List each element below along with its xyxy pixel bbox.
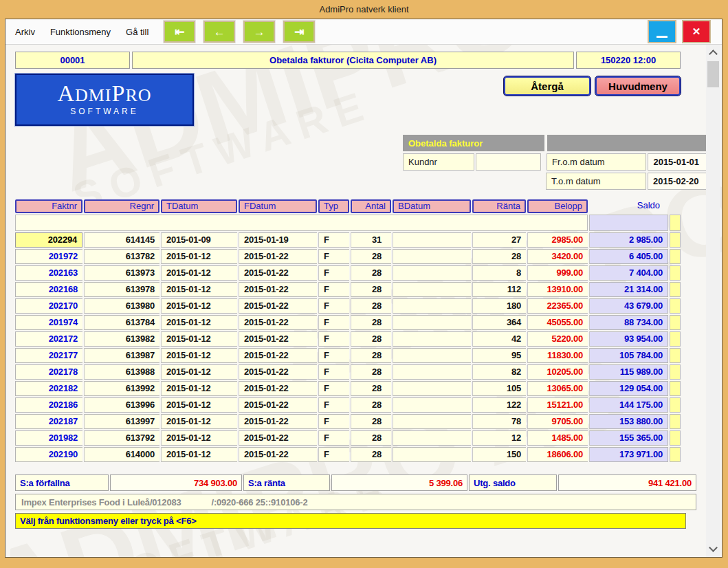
column-header-bdatum[interactable]: BDatum <box>393 199 471 213</box>
menu-ga-till[interactable]: Gå till <box>126 27 148 37</box>
cell-tdatum: 2015-01-12 <box>161 381 237 396</box>
cell-tdatum: 2015-01-12 <box>161 414 237 429</box>
menu-funktionsmeny[interactable]: Funktionsmeny <box>50 27 111 37</box>
scroll-down-icon[interactable] <box>709 543 718 552</box>
cell-saldo: 43 679.00 <box>589 298 668 314</box>
cell-bdatum <box>393 430 471 446</box>
table-row[interactable]: 2021636139732015-01-122015-01-22F288999.… <box>15 265 693 281</box>
cell-bdatum <box>393 282 471 297</box>
cell-saldo: 7 404.00 <box>589 265 668 281</box>
customer-info-right: /:0920-666 25::910106-2 <box>211 497 307 507</box>
logo-subtext: SOFTWARE <box>70 107 139 116</box>
cell-faktnr[interactable]: 202170 <box>15 298 82 314</box>
cell-antal: 28 <box>351 430 391 446</box>
cell-faktnr[interactable]: 201982 <box>15 430 82 446</box>
cell-faktnr[interactable]: 201972 <box>15 249 82 264</box>
cell-faktnr[interactable]: 202190 <box>15 447 82 462</box>
cell-tail <box>670 232 681 248</box>
table-row[interactable]: 2021726139822015-01-122015-01-22F2842522… <box>15 331 693 347</box>
table-row[interactable]: 2021876139972015-01-122015-01-22F2878970… <box>15 414 693 429</box>
cell-bdatum <box>393 249 471 264</box>
cell-belopp: 999.00 <box>527 265 588 281</box>
table-row[interactable]: 2019826137922015-01-122015-01-22F2812148… <box>15 430 693 446</box>
cell-faktnr[interactable]: 202186 <box>15 397 82 413</box>
table-row[interactable]: 2021906140002015-01-122015-01-22F2815018… <box>15 447 693 462</box>
cell-tdatum: 2015-01-12 <box>161 331 237 347</box>
filter-panel-title-bar: Obetalda fakturor <box>403 135 714 151</box>
cell-faktnr[interactable]: 202182 <box>15 381 82 396</box>
scroll-up-icon[interactable] <box>709 50 718 58</box>
cell-antal: 28 <box>351 298 391 314</box>
cell-typ: F <box>318 447 349 462</box>
scrollbar-thumb[interactable] <box>707 61 719 87</box>
kundnr-input[interactable] <box>476 153 542 171</box>
cell-regnr: 614145 <box>84 232 159 248</box>
to-date-input[interactable]: 2015-02-20 <box>648 173 714 190</box>
table-row[interactable]: 2021866139962015-01-122015-01-22F2812215… <box>15 397 693 413</box>
title-bar[interactable]: AdmiPro natverk klient <box>0 0 728 19</box>
action-buttons: Återgå Huvudmeny <box>504 76 681 126</box>
cell-antal: 28 <box>351 315 391 330</box>
cell-faktnr[interactable]: 202168 <box>15 282 82 297</box>
table-row[interactable]: 2021826139922015-01-122015-01-22F2810513… <box>15 381 693 396</box>
cell-faktnr[interactable]: 202163 <box>15 265 82 281</box>
table-row[interactable]: 2022946141452015-01-092015-01-19F3127298… <box>15 232 693 248</box>
menu-arkiv[interactable]: Arkiv <box>15 27 35 37</box>
minimize-button[interactable] <box>648 20 676 43</box>
back-button[interactable]: Återgå <box>504 76 591 96</box>
total-balance-label: Utg. saldo <box>469 474 557 491</box>
cell-belopp: 13065.00 <box>527 381 588 396</box>
cell-saldo: 105 784.00 <box>589 348 668 363</box>
cell-faktnr[interactable]: 202178 <box>15 364 82 380</box>
cell-regnr: 613782 <box>84 249 159 264</box>
column-header-belopp[interactable]: Belopp <box>527 199 588 213</box>
column-header-typ[interactable]: Typ <box>318 199 349 213</box>
vertical-scrollbar[interactable] <box>706 45 720 557</box>
cell-fdatum: 2015-01-22 <box>239 282 317 297</box>
cell-tdatum: 2015-01-12 <box>161 315 237 330</box>
column-header-fdatum[interactable]: FDatum <box>239 199 317 213</box>
cell-ranta: 42 <box>472 331 526 347</box>
cell-faktnr[interactable]: 201974 <box>15 315 82 330</box>
nav-prev-button[interactable]: ← <box>203 21 235 43</box>
cell-regnr: 613784 <box>84 315 159 330</box>
cell-fdatum: 2015-01-22 <box>239 381 317 396</box>
table-filter-field[interactable] <box>15 215 588 231</box>
nav-next-button[interactable]: → <box>243 21 275 43</box>
nav-first-button[interactable]: ⇤ <box>164 21 195 43</box>
cell-faktnr[interactable]: 202294 <box>15 232 82 248</box>
table-row[interactable]: 2021686139782015-01-122015-01-22F2811213… <box>15 282 693 297</box>
column-header-ranta[interactable]: Ränta <box>472 199 526 213</box>
close-button[interactable]: ✕ <box>682 20 711 43</box>
filter-panel-title: Obetalda fakturor <box>403 135 544 151</box>
from-date-input[interactable]: 2015-01-01 <box>648 153 714 171</box>
table-row[interactable]: 2019746137842015-01-122015-01-22F2836445… <box>15 315 693 330</box>
column-header-regnr[interactable]: Regnr <box>84 199 159 213</box>
cell-antal: 28 <box>351 282 391 297</box>
cell-ranta: 364 <box>472 315 526 330</box>
cell-faktnr[interactable]: 202177 <box>15 348 82 363</box>
table-row[interactable]: 2021706139802015-01-122015-01-22F2818022… <box>15 298 693 314</box>
cell-bdatum <box>393 348 471 363</box>
column-header-antal[interactable]: Antal <box>351 199 391 213</box>
cell-fdatum: 2015-01-22 <box>239 447 317 462</box>
cell-bdatum <box>393 397 471 413</box>
cell-bdatum <box>393 447 471 462</box>
nav-last-button[interactable]: ⇥ <box>283 21 315 43</box>
cell-tail <box>670 430 681 446</box>
table-row[interactable]: 2021776139872015-01-122015-01-22F2895118… <box>15 348 693 363</box>
cell-faktnr[interactable]: 202187 <box>15 414 82 429</box>
cell-fdatum: 2015-01-22 <box>239 414 317 429</box>
cell-regnr: 613973 <box>84 265 159 281</box>
column-header-tdatum[interactable]: TDatum <box>161 199 237 213</box>
cell-ranta: 105 <box>472 381 526 396</box>
column-header-faktnr[interactable]: Faktnr <box>15 199 82 213</box>
column-header-saldo[interactable]: Saldo <box>589 199 668 212</box>
to-date-label: T.o.m datum <box>546 173 646 190</box>
table-row[interactable]: 2021786139882015-01-122015-01-22F2882102… <box>15 364 693 380</box>
table-row[interactable]: 2019726137822015-01-122015-01-22F2828342… <box>15 249 693 264</box>
main-menu-button[interactable]: Huvudmeny <box>595 76 681 96</box>
page-title: Obetalda fakturor (Cicita Computer AB) <box>132 52 574 69</box>
cell-ranta: 180 <box>472 298 526 314</box>
cell-faktnr[interactable]: 202172 <box>15 331 82 347</box>
